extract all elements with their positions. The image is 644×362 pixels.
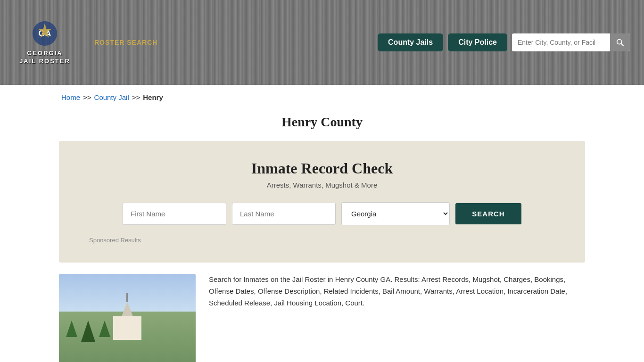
- building-body: [113, 316, 141, 340]
- page-title: Henry County: [0, 115, 644, 130]
- site-header: GA GEORGIA JAIL ROSTER ROSTER SEARCH Cou…: [0, 0, 644, 85]
- search-icon: [616, 38, 624, 47]
- description-text: Search for Inmates on the Jail Roster in…: [209, 274, 585, 309]
- sponsored-label: Sponsored Results: [87, 237, 557, 244]
- breadcrumb-current: Henry: [143, 93, 163, 101]
- tree-3: [99, 321, 110, 337]
- site-search-button[interactable]: [610, 33, 630, 51]
- henry-county-image: [59, 274, 196, 362]
- breadcrumb: Home >> County Jail >> Henry: [0, 85, 644, 110]
- roster-search-link[interactable]: ROSTER SEARCH: [94, 39, 157, 46]
- site-search-input[interactable]: [512, 34, 610, 51]
- tree-2: [81, 321, 95, 342]
- state-select[interactable]: Georgia: [341, 202, 450, 225]
- building-graphic: [113, 293, 141, 340]
- county-jails-button[interactable]: County Jails: [378, 33, 443, 51]
- image-inner: [59, 274, 196, 362]
- steeple-top: [126, 293, 128, 302]
- breadcrumb-home-link[interactable]: Home: [61, 93, 80, 101]
- logo-text: GEORGIA JAIL ROSTER: [19, 49, 70, 66]
- record-search-button[interactable]: SEARCH: [455, 203, 521, 224]
- site-logo[interactable]: GA GEORGIA JAIL ROSTER: [14, 19, 75, 66]
- breadcrumb-county-jail-link[interactable]: County Jail: [94, 93, 129, 101]
- last-name-input[interactable]: [232, 203, 336, 225]
- city-police-button[interactable]: City Police: [448, 33, 507, 51]
- breadcrumb-sep-2: >>: [132, 93, 140, 101]
- record-form: Georgia SEARCH: [87, 202, 557, 225]
- georgia-flag-icon: GA: [31, 19, 59, 48]
- svg-line-4: [621, 43, 623, 46]
- tree-1: [66, 321, 77, 337]
- record-subtitle: Arrests, Warrants, Mugshot & More: [87, 181, 557, 189]
- trees-graphic: [66, 321, 110, 342]
- bottom-section: Search for Inmates on the Jail Roster in…: [0, 263, 644, 362]
- header-right: County Jails City Police: [378, 33, 630, 51]
- record-title: Inmate Record Check: [87, 160, 557, 177]
- inmate-record-section: Inmate Record Check Arrests, Warrants, M…: [59, 141, 585, 263]
- first-name-input[interactable]: [123, 203, 226, 225]
- breadcrumb-sep-1: >>: [83, 93, 91, 101]
- steeple: [122, 302, 133, 316]
- site-search-bar: [512, 33, 630, 51]
